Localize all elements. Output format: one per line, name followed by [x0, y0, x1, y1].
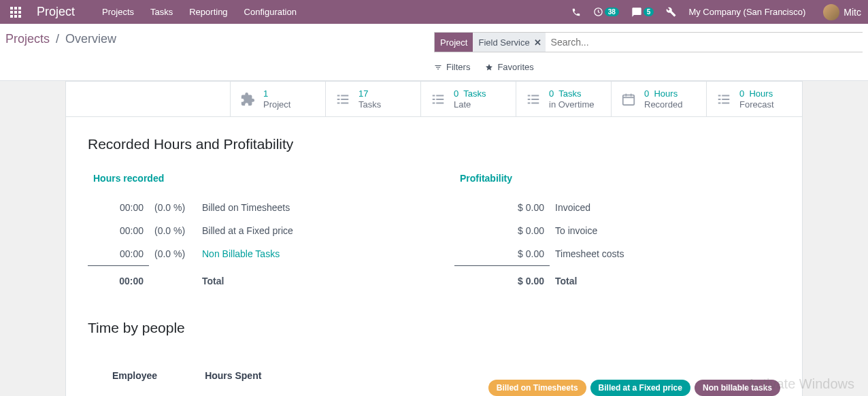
filter-icon — [434, 63, 442, 71]
nav-configuration[interactable]: Configuration — [244, 7, 297, 17]
activities-icon[interactable]: 38 — [593, 7, 619, 17]
pill-billed-fixed[interactable]: Billed at a Fixed price — [590, 380, 690, 396]
nav-projects[interactable]: Projects — [102, 7, 134, 17]
pill-non-billable[interactable]: Non billable tasks — [695, 380, 780, 396]
nav-links: Projects Tasks Reporting Configuration — [102, 7, 297, 17]
avatar — [823, 4, 839, 20]
messages-icon[interactable]: 5 — [631, 7, 654, 18]
non-billable-link[interactable]: Non Billable Tasks — [197, 242, 414, 266]
star-icon — [485, 63, 493, 71]
table-row: $ 0.00 Invoiced — [454, 196, 780, 219]
favorites-button[interactable]: Favorites — [485, 62, 533, 72]
table-row: $ 0.00 Timesheet costs — [454, 242, 780, 266]
remove-facet-icon[interactable]: ✕ — [534, 37, 541, 48]
time-by-people-table: Employee Hours Spent — [88, 363, 286, 388]
stats-row: 1 Project 17 Tasks 0 Tasks — [66, 82, 802, 117]
list-icon — [526, 92, 541, 107]
col-hours-spent: Hours Spent — [182, 365, 284, 386]
time-by-people-title: Time by people — [88, 320, 185, 336]
breadcrumb-parent[interactable]: Projects — [5, 32, 50, 46]
breadcrumb: Projects / Overview — [5, 32, 434, 80]
table-total-row: 00:00 Total — [88, 266, 414, 293]
calendar-icon — [621, 92, 636, 107]
table-row: 00:00 (0.0 %) Billed at a Fixed price — [88, 219, 414, 242]
facet-value: Field Service ✕ — [473, 33, 545, 52]
stat-tasks-late[interactable]: 0 Tasks Late — [421, 82, 516, 116]
search-box: Project Field Service ✕ — [434, 32, 863, 52]
user-menu[interactable]: Mitc — [818, 4, 861, 20]
table-row: $ 0.00 To invoice — [454, 219, 780, 242]
stat-hours-forecast[interactable]: 0 Hours Forecast — [707, 82, 802, 116]
list-icon — [716, 92, 731, 107]
user-name: Mitc — [844, 7, 861, 18]
table-total-row: $ 0.00 Total — [454, 266, 780, 293]
list-icon — [335, 92, 350, 107]
app-brand[interactable]: Project — [37, 5, 75, 19]
pill-billed-timesheets[interactable]: Billed on Timesheets — [488, 380, 586, 396]
nav-reporting[interactable]: Reporting — [189, 7, 227, 17]
profitability-table: $ 0.00 Invoiced $ 0.00 To invoice $ 0.00… — [454, 196, 780, 293]
table-row: 00:00 (0.0 %) Non Billable Tasks — [88, 242, 414, 266]
stat-tasks-overtime[interactable]: 0 Tasks in Overtime — [516, 82, 612, 116]
messages-badge: 5 — [644, 7, 654, 16]
section-title: Recorded Hours and Profitability — [88, 136, 780, 152]
nav-tasks[interactable]: Tasks — [150, 7, 173, 17]
topbar: Project Projects Tasks Reporting Configu… — [0, 0, 868, 24]
topbar-right: 38 5 My Company (San Francisco) Mitc — [571, 4, 861, 20]
company-selector[interactable]: My Company (San Francisco) — [688, 7, 805, 17]
facet-name: Project — [435, 33, 473, 52]
legend-pills: Billed on Timesheets Billed at a Fixed p… — [488, 380, 780, 396]
svg-rect-1 — [623, 95, 635, 105]
col-employee: Employee — [89, 365, 180, 386]
hours-recorded-title: Hours recorded — [88, 173, 414, 184]
breadcrumb-current: Overview — [65, 32, 116, 46]
search-facet: Project Field Service ✕ — [435, 33, 546, 52]
stat-tasks[interactable]: 17 Tasks — [326, 82, 421, 116]
search-input[interactable] — [546, 37, 863, 48]
phone-icon[interactable] — [571, 7, 581, 17]
tools-icon[interactable] — [666, 7, 676, 17]
puzzle-icon — [240, 92, 255, 107]
list-icon — [431, 92, 446, 107]
stat-hours-recorded[interactable]: 0 Hours Recorded — [612, 82, 707, 116]
filters-button[interactable]: Filters — [434, 62, 470, 72]
activities-badge: 38 — [605, 7, 619, 16]
stat-project[interactable]: 1 Project — [231, 82, 326, 116]
apps-icon[interactable] — [0, 0, 31, 24]
hours-table: 00:00 (0.0 %) Billed on Timesheets 00:00… — [88, 196, 414, 293]
table-row: 00:00 (0.0 %) Billed on Timesheets — [88, 196, 414, 219]
profitability-title: Profitability — [454, 173, 780, 184]
